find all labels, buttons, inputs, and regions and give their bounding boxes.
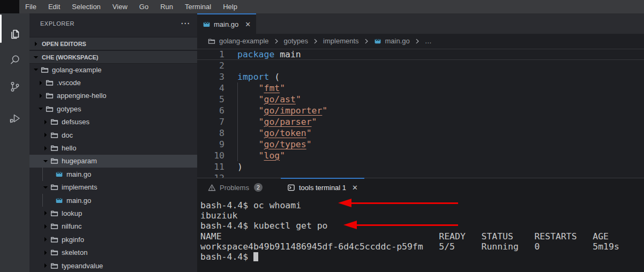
code-line-12: 12 [197, 172, 644, 178]
more-actions-icon[interactable]: ⋯ [181, 21, 190, 26]
tree-item-label: appengine-hello [57, 92, 107, 100]
code-line-7: 7 "go/parser" [197, 116, 644, 127]
terminal-output[interactable]: bash-4.4$ oc whoamiibuziukbash-4.4$ kube… [197, 197, 644, 272]
chevron-right-icon [41, 261, 50, 270]
indent-guide [237, 82, 238, 161]
code-token: " [237, 105, 264, 116]
chevron-down-icon [41, 157, 50, 165]
code-token: main [274, 49, 301, 59]
menu-run[interactable]: Run [154, 0, 179, 13]
arrow-head [338, 199, 351, 207]
tree-item-label: gotypes [57, 105, 81, 113]
line-number: 5 [197, 94, 224, 105]
line-number: 11 [197, 161, 224, 172]
tree-item-lookup[interactable]: lookup [29, 207, 197, 220]
terminal-text: ibuziuk [200, 210, 237, 221]
tree-item-golang-example[interactable]: golang-example [29, 63, 197, 76]
tree-item-label: implements [62, 183, 97, 191]
close-icon[interactable]: ✕ [245, 20, 251, 28]
code-token: " [237, 139, 264, 149]
tree-item-hello[interactable]: hello [29, 141, 197, 154]
panel-tab-tools-terminal-1[interactable]: tools terminal 1✕ [281, 178, 364, 197]
terminal-line: ibuziuk [200, 210, 644, 221]
chevron-right-icon [41, 248, 50, 257]
tree-item-doc[interactable]: doc [29, 129, 197, 141]
editor-tab-bar: main.go✕ [197, 13, 644, 34]
code-token: " [322, 105, 327, 116]
code-token: go/ast [264, 94, 295, 104]
tree-item-skeleton[interactable]: skeleton [29, 246, 197, 259]
chevron-right-icon [36, 92, 45, 100]
code-token: go/importer [264, 105, 322, 116]
code-editor[interactable]: 1package main23import (4 "fmt"5 "go/ast"… [197, 48, 644, 178]
tree-item-gotypes[interactable]: gotypes [29, 102, 197, 115]
panel-tab-problems[interactable]: Problems2 [201, 178, 269, 197]
tree-item-hugeparam[interactable]: hugeparam [29, 155, 197, 168]
breadcrumb-item[interactable]: implements [323, 37, 358, 45]
code-token: " [237, 83, 264, 93]
tree-item-nilfunc[interactable]: nilfunc [29, 220, 197, 233]
code-line-text: "go/ast" [237, 94, 301, 105]
activity-source-control[interactable] [0, 80, 29, 94]
breadcrumb-item[interactable]: golang-example [219, 37, 269, 45]
code-token: log [264, 150, 280, 161]
activity-run-debug[interactable] [0, 111, 29, 125]
line-number: 7 [197, 116, 224, 127]
tree-item-defsuses[interactable]: defsuses [29, 116, 197, 129]
activity-search[interactable] [0, 53, 29, 67]
code-line-text: "go/parser" [237, 116, 317, 127]
menu-view[interactable]: View [107, 0, 133, 13]
terminal-text: bash-4.4$ oc whoami [200, 200, 301, 210]
code-token: " [237, 117, 264, 127]
code-line-text: "go/token" [237, 127, 312, 139]
menu-terminal[interactable]: Terminal [179, 0, 217, 13]
section-che-workspace-[interactable]: CHE (WORKSPACE) [29, 50, 197, 64]
go-file-icon [374, 37, 381, 45]
code-token: ( [269, 72, 280, 82]
menu-go[interactable]: Go [133, 0, 154, 13]
ide-window: { "menu": { "items": ["File", "Edit", "S… [0, 0, 644, 272]
panel-tab-label: tools terminal 1 [299, 184, 346, 192]
breadcrumb-item[interactable]: gotypes [284, 37, 309, 45]
annotation-arrow [357, 224, 458, 226]
breadcrumb-item[interactable]: … [425, 37, 432, 45]
folder-icon [50, 248, 59, 257]
code-line-text: ) [237, 161, 243, 172]
panel-tab-label: Problems [220, 184, 249, 192]
explorer-title: EXPLORER [40, 20, 74, 27]
code-line-8: 8 "go/token" [197, 127, 644, 139]
menu-file[interactable]: File [19, 0, 42, 13]
tree-item-implements[interactable]: implements [29, 181, 197, 194]
tree-item-label: doc [62, 131, 73, 139]
line-number: 9 [197, 139, 224, 150]
code-token: ) [237, 162, 243, 172]
tree-item-main-go[interactable]: main.go [29, 168, 197, 180]
code-line-text: "go/types" [237, 139, 312, 150]
tree-item-label: typeandvalue [62, 262, 103, 270]
code-token: " [296, 94, 301, 104]
tree-item-main-go[interactable]: main.go [29, 194, 197, 207]
source-control-icon [9, 80, 21, 93]
tree-item-typeandvalue[interactable]: typeandvalue [29, 259, 197, 272]
breadcrumb-item[interactable]: main.go [385, 37, 410, 45]
close-icon[interactable]: ✕ [352, 184, 358, 192]
menu-selection[interactable]: Selection [66, 0, 106, 13]
code-token: " [237, 150, 264, 161]
tree-indent-guide [42, 194, 43, 207]
menu-edit[interactable]: Edit [42, 0, 66, 13]
section-open-editors[interactable]: OPEN EDITORS [29, 37, 197, 50]
line-number: 12 [197, 172, 224, 178]
activity-explorer[interactable] [0, 27, 29, 41]
tab-main-go[interactable]: main.go✕ [197, 13, 256, 34]
menu-help[interactable]: Help [217, 0, 243, 13]
folder-icon [50, 157, 59, 165]
tree-item-pkginfo[interactable]: pkginfo [29, 233, 197, 246]
search-icon [9, 54, 21, 66]
folder-icon [45, 79, 54, 87]
tree-item--vscode[interactable]: .vscode [29, 76, 197, 89]
terminal-line: NAME READY STATUS RESTARTS AGE [200, 231, 644, 241]
code-token: " [280, 150, 285, 161]
chevron-spacer [46, 196, 55, 205]
tree-item-appengine-hello[interactable]: appengine-hello [29, 89, 197, 102]
line-number: 8 [197, 127, 224, 139]
